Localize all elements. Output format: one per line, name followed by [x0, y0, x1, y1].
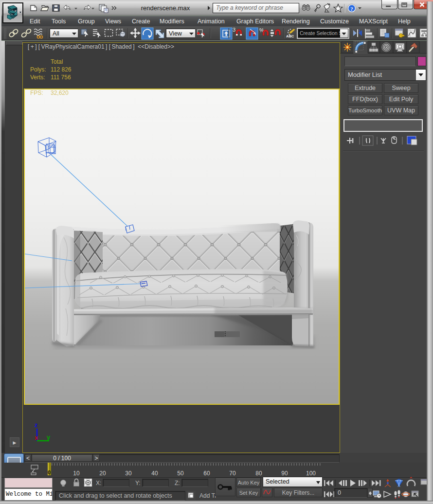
svg-text:90: 90 [281, 470, 288, 477]
svg-text:All: All [53, 30, 59, 37]
svg-text:20: 20 [99, 470, 106, 477]
svg-text:60: 60 [203, 470, 210, 477]
svg-text:1: 1 [359, 29, 361, 34]
svg-text:10: 10 [73, 470, 80, 477]
svg-text:View: View [169, 30, 182, 37]
svg-text:x: x [35, 434, 38, 441]
svg-text:ABC: ABC [286, 34, 294, 38]
svg-text:70: 70 [229, 470, 236, 477]
svg-text:0: 0 [48, 469, 51, 475]
svg-text:50: 50 [177, 470, 184, 477]
svg-text:Create Selection Se: Create Selection Se [300, 30, 345, 36]
svg-text:40: 40 [151, 470, 158, 477]
svg-text:30: 30 [125, 470, 132, 477]
svg-text:y: y [47, 433, 51, 441]
svg-text:?: ? [350, 6, 353, 12]
svg-text:100: 100 [306, 470, 316, 477]
svg-text:z: z [35, 421, 38, 429]
svg-text:3: 3 [233, 27, 235, 33]
svg-text:80: 80 [255, 470, 262, 477]
